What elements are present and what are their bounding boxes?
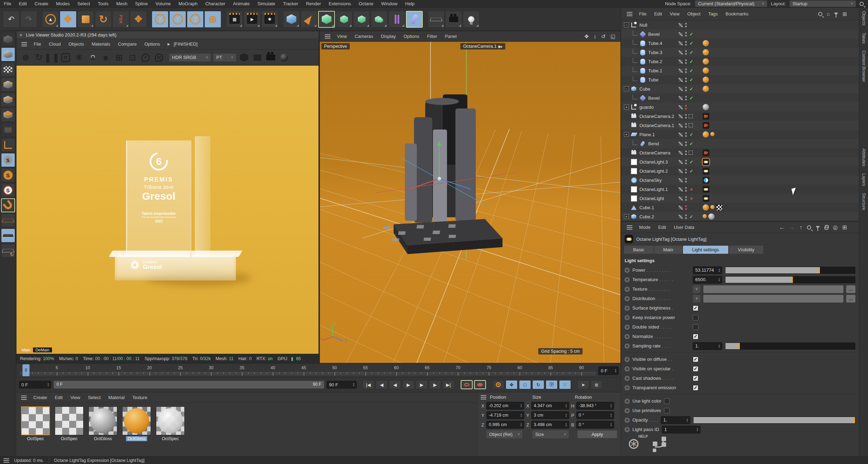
layer-toggle-icon[interactable] — [678, 59, 683, 64]
material-tag[interactable] — [703, 77, 709, 83]
tree-row-cube-1[interactable]: Cube.1 — [621, 203, 859, 212]
om-menu-file[interactable]: File — [635, 8, 650, 20]
spinner-arrows[interactable]: ▴▾ — [608, 413, 612, 417]
range-slider[interactable]: 0 F 90 F — [53, 380, 324, 389]
camera-toggle-icon[interactable] — [689, 123, 693, 127]
tree-row-plane-1[interactable]: +Plane.1✓ — [621, 130, 859, 139]
size-y-field[interactable]: 3 cm▴▾ — [531, 411, 569, 419]
layer-toggle-icon[interactable] — [678, 77, 683, 82]
enable-dots[interactable] — [685, 114, 687, 119]
checkbox-normalize[interactable] — [693, 334, 698, 339]
am-menu-edit[interactable]: Edit — [655, 222, 670, 233]
texture-mode-button[interactable] — [1, 62, 15, 77]
spinner-arrows[interactable]: ▴▾ — [608, 404, 612, 408]
material-tag[interactable] — [703, 204, 709, 211]
camera-toggle-icon[interactable] — [689, 114, 693, 118]
lock-z-axis[interactable]: Z — [187, 11, 204, 28]
size-dropdown[interactable]: Size˅ — [532, 430, 568, 438]
new-panel-icon[interactable]: ⊞ — [842, 224, 847, 231]
plane-mode-icon[interactable] — [252, 52, 263, 63]
enable-dots[interactable] — [685, 32, 687, 37]
octane-help-button[interactable]: ⊛ HELP — [627, 436, 643, 451]
node-space-dropdown[interactable]: Current (Standard/Physical)˅ — [695, 0, 767, 7]
lv-menu-cloud[interactable]: Cloud — [45, 39, 65, 49]
tree-row-octanecamera-1[interactable]: OctaneCamera.1 — [621, 121, 859, 130]
layer-toggle-icon[interactable] — [678, 141, 683, 146]
coordinate-system[interactable]: ⊕ — [204, 11, 221, 28]
menu-item-window[interactable]: Window — [377, 0, 401, 7]
tree-row-tube-3[interactable]: Tube.3✓ — [621, 48, 859, 57]
lock-y-axis[interactable]: Y — [169, 11, 186, 28]
align-workplane-button[interactable]: ↻ — [1, 244, 15, 258]
tree-row-cube[interactable]: −Cube✓ — [621, 84, 859, 93]
rotate-tool[interactable]: ↻ — [95, 11, 112, 28]
snap-2d-button[interactable]: S — [1, 183, 15, 197]
enable-dots[interactable] — [685, 178, 687, 183]
autokey-button[interactable] — [474, 380, 486, 389]
layer-toggle-icon[interactable] — [678, 150, 683, 155]
checker-tag[interactable] — [716, 204, 723, 211]
mat-menu-texture[interactable]: Texture — [129, 392, 151, 403]
material-item-1[interactable]: OctSpec — [54, 406, 84, 441]
side-tab-objects[interactable]: Objects — [861, 8, 866, 29]
track-icon[interactable]: ◎ — [833, 224, 838, 231]
vp-menu-view[interactable]: View — [333, 31, 351, 41]
keyframe-ring-icon[interactable] — [625, 427, 630, 432]
om-menu-object[interactable]: Object — [683, 8, 704, 20]
lock-workplane-button[interactable] — [1, 228, 15, 243]
material-tag[interactable] — [703, 58, 709, 65]
menu-item-tools[interactable]: Tools — [94, 0, 112, 7]
scale-tool[interactable] — [77, 11, 94, 28]
enable-dots[interactable] — [685, 123, 687, 128]
material-tag-small[interactable] — [710, 132, 715, 136]
snap-3d-button[interactable]: S — [1, 168, 15, 182]
checkbox-keep-instance-power[interactable] — [693, 315, 698, 320]
search-icon[interactable] — [860, 2, 864, 6]
menu-item-animate[interactable]: Animate — [229, 0, 254, 7]
spinner-arrows[interactable]: ▴▾ — [563, 413, 567, 417]
side-tab-layers[interactable]: Layers — [861, 170, 866, 190]
enable-dots[interactable] — [685, 78, 687, 82]
playback-mode-button[interactable]: ➤ — [577, 380, 589, 389]
param-value-opacity[interactable]: 1.▴▾ — [661, 416, 690, 424]
vp-menu-filter[interactable]: Filter — [423, 31, 441, 41]
keyframe-selection-button[interactable] — [492, 380, 504, 389]
size-z-field[interactable]: 3.498 cm▴▾ — [531, 421, 569, 429]
layer-toggle-icon[interactable] — [678, 123, 683, 128]
enabled-check-icon[interactable]: ✓ — [689, 41, 694, 46]
enable-dots[interactable] — [685, 151, 687, 155]
menu-item-help[interactable]: Help — [401, 0, 419, 7]
tree-row-guardo[interactable]: +guardo — [621, 102, 859, 112]
enabled-check-icon[interactable]: ✓ — [689, 59, 694, 64]
collapse-icon[interactable]: − — [624, 22, 629, 27]
filter-icon[interactable] — [816, 226, 820, 228]
sound-scrub-button[interactable]: ≣ — [591, 380, 603, 389]
lv-menu-options[interactable]: Options — [140, 39, 164, 49]
forward-icon[interactable]: → — [789, 224, 795, 231]
enable-dots[interactable] — [685, 105, 687, 110]
layer-toggle-icon[interactable] — [678, 187, 683, 192]
spinner-arrows[interactable]: ▴▾ — [563, 404, 567, 408]
play-button[interactable]: ▶ — [402, 380, 414, 389]
magnet-snap-button[interactable] — [1, 198, 15, 212]
tree-row-octanelight-2[interactable]: OctaneLight.2✓ — [621, 166, 859, 175]
hamburger-icon[interactable] — [627, 12, 632, 16]
edge-mode-button[interactable] — [1, 93, 15, 107]
collapse-icon[interactable]: − — [624, 86, 629, 91]
browse-button[interactable]: ... — [846, 285, 855, 293]
expand-icon[interactable]: + — [624, 105, 629, 110]
enable-dots[interactable] — [685, 87, 687, 91]
lock-resolution-icon[interactable] — [87, 52, 98, 63]
toggle-view-icon[interactable]: ◱ — [611, 33, 616, 40]
vp-menu-display[interactable]: Display — [377, 31, 400, 41]
texture-tag[interactable] — [703, 104, 709, 110]
hamburger-icon[interactable] — [4, 458, 9, 463]
close-icon[interactable]: × — [19, 32, 22, 38]
material-tag[interactable] — [703, 86, 709, 92]
hamburger-icon[interactable] — [481, 395, 486, 399]
octane-light-tag-selected[interactable] — [703, 159, 709, 165]
tree-row-octanesky[interactable]: OctaneSky — [621, 175, 859, 185]
enable-dots[interactable] — [685, 141, 687, 146]
rotate-icon[interactable]: ↺ — [601, 33, 606, 40]
add-layer-icon[interactable]: ⊞ — [842, 11, 847, 17]
